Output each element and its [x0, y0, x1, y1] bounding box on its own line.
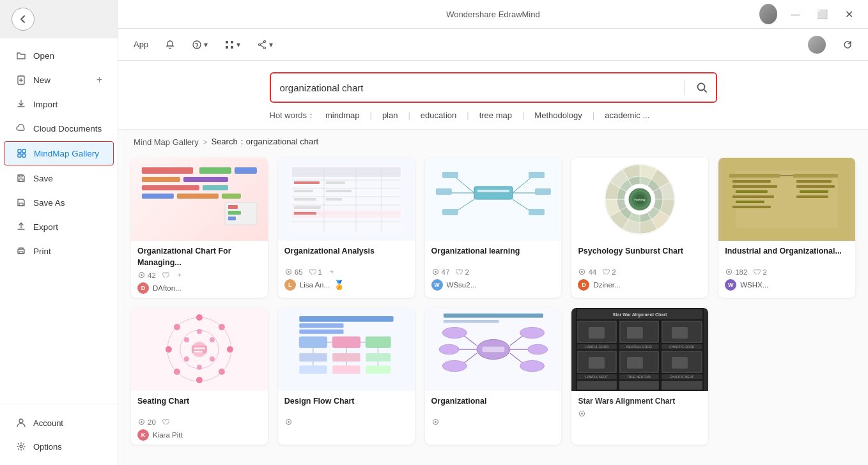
svg-rect-53 — [326, 190, 352, 192]
apps-button[interactable]: ▾ — [221, 37, 244, 52]
svg-rect-129 — [332, 337, 360, 347]
author-avatar-5: W — [725, 279, 736, 291]
back-button[interactable] — [12, 8, 35, 31]
card-industrial-org[interactable]: Industrial and Organizational... 182 2 W — [718, 158, 855, 298]
card-title-6: Seating Chart — [137, 396, 261, 415]
card-psychology-sunburst[interactable]: Psychology Psychology Sunburst Chart 44 — [571, 158, 708, 298]
svg-text:LAWFUL NEUT.: LAWFUL NEUT. — [585, 375, 608, 379]
minimize-button[interactable]: — — [786, 5, 804, 23]
card-thumbnail-9: Star War Alignment Chart LAWFUL GOOD — [571, 308, 708, 391]
card-title-1: Organizational Chart For Managing... — [137, 246, 261, 268]
card-thumbnail-2 — [278, 158, 415, 241]
help-dropdown-arrow: ▾ — [204, 40, 208, 49]
refresh-button[interactable] — [839, 37, 856, 52]
card-title-5: Industrial and Organizational... — [725, 246, 849, 265]
svg-rect-58 — [294, 212, 316, 215]
svg-rect-34 — [228, 205, 238, 209]
svg-rect-29 — [203, 185, 228, 190]
card-body-1: Organizational Chart For Managing... 42 — [131, 241, 268, 298]
sidebar-item-import[interactable]: Import — [4, 93, 114, 116]
card-title-4: Psychology Sunburst Chart — [578, 246, 702, 265]
card-stats-7 — [284, 418, 408, 426]
svg-rect-70 — [435, 188, 451, 195]
card-org-learning[interactable]: Organizational learning 47 2 W WS — [425, 158, 562, 298]
sidebar-item-mindmap-gallery[interactable]: MindMap Gallery — [4, 141, 114, 165]
author-avatar-4: D — [578, 279, 589, 291]
svg-rect-196 — [589, 357, 605, 369]
sidebar-item-options[interactable]: Options — [4, 435, 114, 458]
svg-rect-36 — [228, 217, 236, 220]
svg-rect-2 — [22, 149, 26, 153]
svg-rect-89 — [732, 185, 777, 188]
svg-point-111 — [166, 346, 172, 353]
card-org-bottom[interactable]: Organizational — [425, 308, 562, 445]
svg-rect-121 — [194, 351, 203, 353]
svg-rect-50 — [294, 181, 320, 184]
card-stats-6: 20 — [137, 418, 261, 426]
grid-icon — [16, 148, 27, 159]
card-design-flow[interactable]: Design Flow Chart — [278, 308, 415, 445]
sidebar-item-cloud[interactable]: Cloud Documents — [4, 117, 114, 140]
header-toolbar: App ▾ ▾ ▾ — [118, 29, 868, 61]
svg-rect-62 — [474, 187, 512, 199]
hot-word-treemap[interactable]: tree map — [474, 109, 517, 121]
svg-rect-52 — [294, 190, 313, 192]
svg-point-38 — [141, 274, 143, 276]
svg-rect-136 — [299, 365, 327, 374]
sidebar-item-account[interactable]: Account — [4, 411, 114, 434]
app-toolbar-item[interactable]: App — [130, 37, 152, 52]
user-profile-button[interactable] — [804, 33, 830, 56]
svg-rect-4 — [22, 154, 26, 157]
svg-point-105 — [196, 314, 203, 321]
close-button[interactable]: ✕ — [840, 5, 858, 23]
sidebar-item-open[interactable]: Open — [4, 44, 114, 67]
card-org-chart-managing[interactable]: Organizational Chart For Managing... 42 — [131, 158, 268, 298]
svg-point-203 — [581, 413, 583, 415]
sidebar: Open New + Import Cloud Documents — [0, 0, 118, 465]
svg-rect-54 — [294, 198, 316, 201]
card-body-8: Organizational — [425, 391, 562, 433]
svg-point-19 — [259, 43, 261, 45]
svg-rect-135 — [366, 353, 391, 362]
app-label: App — [134, 40, 148, 49]
share-button[interactable]: ▾ — [253, 37, 277, 52]
svg-point-20 — [264, 47, 266, 49]
sidebar-item-save[interactable]: Save — [4, 167, 114, 190]
card-seating-chart[interactable]: Seating Chart 20 K Kiara Pitt — [131, 308, 268, 445]
svg-point-10 — [19, 419, 23, 423]
avatar-button[interactable] — [759, 5, 777, 23]
hot-word-plan[interactable]: plan — [377, 109, 403, 121]
sidebar-item-save-as[interactable]: Save As — [4, 191, 114, 214]
card-body-3: Organizational learning 47 2 W WS — [425, 241, 562, 294]
breadcrumb: Mind Map Gallery > Search：organizational… — [118, 130, 868, 151]
svg-rect-15 — [231, 41, 233, 43]
search-button[interactable] — [688, 73, 716, 102]
svg-rect-200 — [619, 381, 659, 390]
svg-rect-128 — [299, 337, 327, 347]
card-org-analysis[interactable]: Organizational Analysis 65 1 — [278, 158, 415, 298]
maximize-button[interactable]: ⬜ — [813, 5, 831, 23]
svg-rect-96 — [796, 185, 835, 188]
sidebar-item-new[interactable]: New + — [4, 68, 114, 91]
search-input[interactable] — [271, 76, 682, 100]
author-avatar-6: K — [137, 429, 149, 441]
share-stat-1 — [174, 271, 183, 279]
breadcrumb-root[interactable]: Mind Map Gallery — [134, 137, 199, 147]
hot-word-methodology[interactable]: Methodology — [529, 109, 587, 121]
hot-word-mindmap[interactable]: mindmap — [320, 109, 364, 121]
sidebar-item-export[interactable]: Export — [4, 215, 114, 238]
cloud-icon — [15, 123, 27, 134]
card-author-4: D Dziner... — [578, 279, 702, 291]
svg-point-165 — [435, 421, 437, 423]
sidebar-item-print[interactable]: Print — [4, 240, 114, 263]
svg-rect-24 — [199, 167, 231, 174]
hot-word-education[interactable]: education — [415, 109, 461, 121]
svg-rect-199 — [577, 381, 617, 390]
refresh-icon — [842, 40, 853, 50]
card-star-wars[interactable]: Star War Alignment Chart LAWFUL GOOD — [571, 308, 708, 445]
hot-word-academic[interactable]: academic ... — [600, 109, 655, 121]
notification-button[interactable] — [161, 37, 179, 52]
svg-rect-6 — [19, 175, 22, 177]
svg-point-18 — [264, 40, 266, 42]
help-button[interactable]: ▾ — [188, 37, 212, 52]
